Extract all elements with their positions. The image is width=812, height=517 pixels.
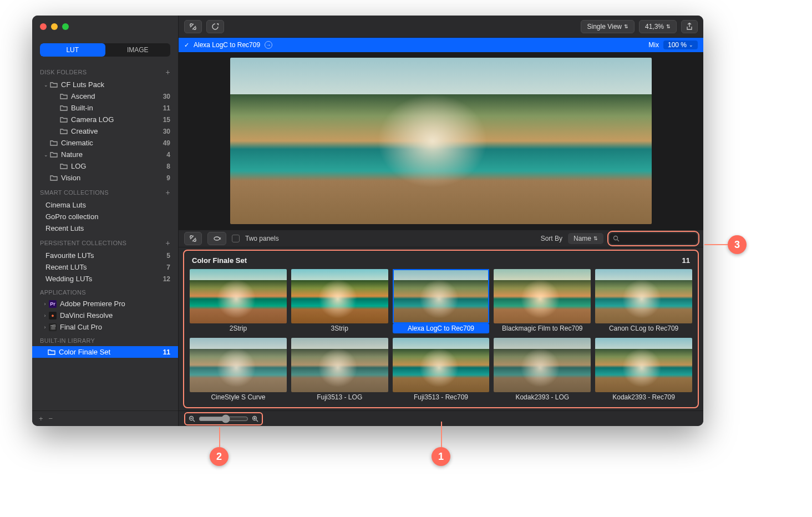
maximize-window-button[interactable] [62,23,69,30]
next-icon[interactable]: → [265,41,272,49]
search-input[interactable] [609,232,698,245]
close-window-button[interactable] [40,23,47,30]
tab-lut[interactable]: LUT [40,43,105,57]
app-icon: Pr [49,300,57,308]
sidebar-item-label: Favourite LUTs [45,251,166,260]
sort-dropdown[interactable]: Name ⇅ [568,233,603,244]
add-disk-folder-button[interactable]: + [166,68,170,77]
thumbnail-image [291,269,388,323]
persistent-collection-row[interactable]: Recent LUTs7 [32,261,178,273]
thumbnail-image [393,269,490,323]
item-count: 7 [166,263,170,271]
smart-collection-row[interactable]: GoPro collection [32,211,178,222]
zoom-dropdown[interactable]: 41,3% ⇅ [639,20,677,33]
thumbnail-zoom-slider[interactable] [199,414,248,423]
disk-folder-row[interactable]: Cinematic49 [32,137,178,149]
lut-thumbnail[interactable]: Fuji3513 - LOG [291,338,388,402]
section-smart-label: SMART COLLECTIONS [40,189,109,196]
zoom-out-icon[interactable] [189,415,195,422]
lut-thumbnail[interactable]: Blackmagic Film to Rec709 [494,269,591,333]
thumbnail-caption: Fuji3513 - Rec709 [393,392,490,402]
thumbnail-image [190,338,287,392]
disk-folder-row[interactable]: LOG8 [32,160,178,172]
disk-folder-row[interactable]: ⌄CF Luts Pack [32,79,178,90]
disk-folder-row[interactable]: Ascend30 [32,90,178,102]
item-count: 30 [163,128,170,135]
disk-folder-row[interactable]: Vision9 [32,172,178,184]
disclosure-icon[interactable]: ⌄ [43,152,49,158]
persistent-collections-list: Favourite LUTs5Recent LUTs7Wedding LUTs1… [32,250,178,285]
mix-value-dropdown[interactable]: 100 % ⌄ [663,40,698,49]
refresh-button[interactable] [206,20,224,33]
add-button[interactable]: + [39,414,43,423]
lut-thumbnail[interactable]: 2Strip [190,269,287,333]
disclosure-icon[interactable]: ⌄ [43,82,49,88]
item-count: 11 [163,348,170,356]
section-persistent-collections: PERSISTENT COLLECTIONS + [32,234,178,250]
thumbnail-caption: 2Strip [190,323,287,333]
thumbnail-caption: Alexa LogC to Rec709 [393,323,490,333]
item-count: 15 [163,116,170,124]
callout-1: 1 [432,447,450,466]
mix-value: 100 % [668,41,687,49]
tab-image[interactable]: IMAGE [105,43,171,57]
sidebar-item-label: Cinematic [61,139,163,147]
fit-button[interactable] [184,20,202,33]
section-builtin-label: BUILT-IN LIBRARY [40,337,95,344]
browser-loop-button[interactable] [207,232,226,245]
preview-viewport[interactable] [179,52,703,230]
disk-folder-row[interactable]: Built-in11 [32,102,178,114]
sidebar-footer: + − [32,410,178,426]
smart-collection-row[interactable]: Cinema Luts [32,199,178,211]
lut-thumbnail[interactable]: Canon CLog to Rec709 [595,269,692,333]
section-apps-label: APPLICATIONS [40,289,86,296]
disk-folder-row[interactable]: Camera LOG15 [32,114,178,125]
sidebar: LUT IMAGE DISK FOLDERS + ⌄CF Luts PackAs… [32,16,179,426]
lut-thumbnail[interactable]: Alexa LogC to Rec709 [393,269,490,333]
thumbnail-grid-container: Color Finale Set 11 2Strip3StripAlexa Lo… [183,250,699,408]
svg-point-0 [614,236,618,240]
smart-collection-row[interactable]: Recent Luts [32,222,178,234]
app-icon: 🎬 [49,323,57,331]
section-smart-collections: SMART COLLECTIONS + [32,184,178,199]
add-persistent-collection-button[interactable]: + [166,239,170,247]
lut-thumbnail[interactable]: Kodak2393 - Rec709 [595,338,692,402]
search-icon [613,235,620,242]
lut-thumbnail[interactable]: 3Strip [291,269,388,333]
lut-thumbnail[interactable]: CineStyle S Curve [190,338,287,402]
share-button[interactable] [681,20,698,33]
remove-button[interactable]: − [49,414,53,423]
disclosure-icon[interactable]: › [42,325,48,330]
item-count: 9 [166,174,170,182]
thumbnail-image [595,338,692,392]
sidebar-item-label: LOG [71,162,166,170]
thumbnail-grid: 2Strip3StripAlexa LogC to Rec709Blackmag… [190,269,692,402]
applied-lut-bar: ✓ Alexa LogC to Rec709 → Mix 100 % ⌄ [179,38,703,52]
two-panels-checkbox[interactable] [232,235,240,242]
application-row[interactable]: ›PrAdobe Premiere Pro [32,298,178,310]
sidebar-item-label: Nature [61,150,166,159]
disk-folder-row[interactable]: ⌄Nature4 [32,149,178,160]
sidebar-item-label: Wedding LUTs [45,275,163,283]
application-row[interactable]: ›🎬Final Cut Pro [32,321,178,333]
persistent-collection-row[interactable]: Wedding LUTs12 [32,273,178,285]
application-row[interactable]: ›●DaVinci Resolve [32,310,178,321]
sidebar-item-label: Vision [61,174,166,182]
sidebar-item-label: Adobe Premiere Pro [60,300,170,308]
sidebar-item-label: Creative [71,127,163,135]
builtin-library-list: Color Finale Set11 [32,346,178,358]
lut-thumbnail[interactable]: Kodak2393 - LOG [494,338,591,402]
zoom-in-icon[interactable] [252,415,258,422]
item-count: 49 [163,139,170,147]
persistent-collection-row[interactable]: Favourite LUTs5 [32,250,178,261]
view-mode-dropdown[interactable]: Single View ⇅ [581,20,634,33]
minimize-window-button[interactable] [51,23,58,30]
disclosure-icon[interactable]: › [42,301,48,307]
disclosure-icon[interactable]: › [42,313,48,318]
browser-fit-button[interactable] [184,232,202,245]
thumbnail-caption: Blackmagic Film to Rec709 [494,323,591,333]
builtin-library-row[interactable]: Color Finale Set11 [32,346,178,358]
add-smart-collection-button[interactable]: + [166,188,170,197]
lut-thumbnail[interactable]: Fuji3513 - Rec709 [393,338,490,402]
disk-folder-row[interactable]: Creative30 [32,125,178,137]
